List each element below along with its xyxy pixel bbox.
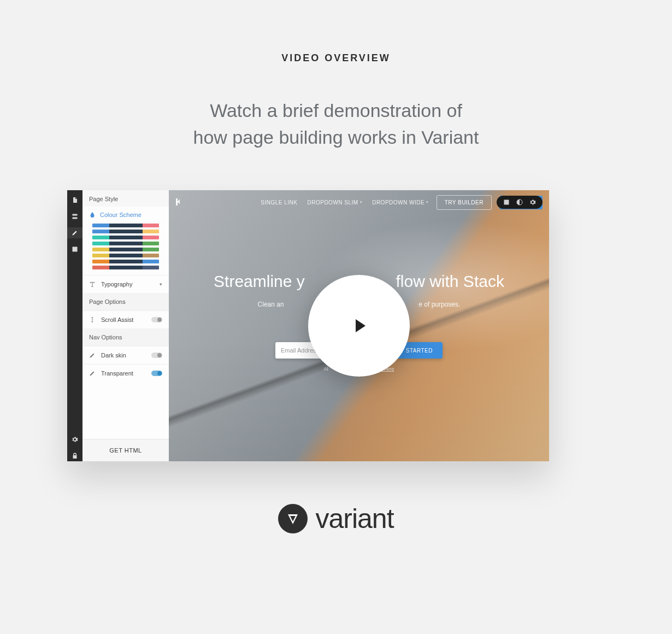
dark-skin-row[interactable]: Dark skin <box>82 346 169 364</box>
scroll-assist-toggle[interactable] <box>151 317 162 322</box>
swatch-row[interactable] <box>92 230 159 233</box>
nav-link[interactable]: DROPDOWN WIDE▾ <box>372 199 428 206</box>
chevron-down-icon: ▾ <box>160 281 162 287</box>
typography-row[interactable]: Typography ▾ <box>82 275 169 293</box>
colour-scheme-row[interactable]: Colour Scheme <box>82 207 169 221</box>
swatch-row[interactable] <box>92 224 159 227</box>
nav-link[interactable]: DROPDOWN SLIM▾ <box>308 199 363 206</box>
play-icon <box>356 319 366 332</box>
page-options-heading: Page Options <box>82 293 169 310</box>
typography-label: Typography <box>101 281 132 287</box>
scroll-assist-label: Scroll Assist <box>101 316 133 323</box>
preview-nav-links: SINGLE LINKDROPDOWN SLIM▾DROPDOWN WIDE▾ <box>261 199 428 206</box>
nav-link[interactable]: SINGLE LINK <box>261 199 297 206</box>
rail-lock-icon[interactable] <box>67 450 82 461</box>
rail-settings-icon[interactable] <box>67 434 82 445</box>
dark-skin-toggle[interactable] <box>151 353 162 358</box>
swatch-row[interactable] <box>92 254 159 257</box>
gear-icon[interactable] <box>529 199 536 206</box>
brush-icon <box>89 352 96 359</box>
subtitle-line-1: Watch a brief demonstration of <box>210 100 462 121</box>
contrast-icon[interactable] <box>516 199 523 206</box>
page-subtitle: Watch a brief demonstration of how page … <box>0 97 672 151</box>
swatch-row[interactable] <box>92 266 159 269</box>
scroll-icon <box>89 316 96 323</box>
transparent-row[interactable]: Transparent <box>82 364 169 382</box>
image-icon[interactable] <box>503 199 510 206</box>
colour-scheme-label: Colour Scheme <box>100 212 142 218</box>
get-html-button[interactable]: GET HTML <box>82 439 169 461</box>
nav-options-heading: Nav Options <box>82 328 169 346</box>
swatch-row[interactable] <box>92 242 159 245</box>
typography-icon <box>89 281 96 287</box>
droplet-icon <box>89 212 96 218</box>
variant-logo-text: variant <box>315 503 393 535</box>
page-style-heading: Page Style <box>82 190 169 207</box>
try-builder-button[interactable]: TRY BUILDER <box>437 195 492 210</box>
brush-icon <box>89 370 96 377</box>
scroll-assist-row[interactable]: Scroll Assist <box>82 310 169 328</box>
icon-rail <box>67 190 82 461</box>
play-video-button[interactable] <box>308 275 410 377</box>
swatch-grid <box>82 221 169 275</box>
transparent-toggle[interactable] <box>151 371 162 376</box>
swatch-row[interactable] <box>92 236 159 239</box>
page-eyebrow: VIDEO OVERVIEW <box>0 52 672 64</box>
variant-logo: variant <box>0 503 672 535</box>
rail-sections-icon[interactable] <box>67 211 82 222</box>
preview-brand-cut: K <box>175 197 180 208</box>
rail-layout-icon[interactable] <box>67 244 82 255</box>
style-sidebar: Page Style Colour Scheme Typography ▾ Pa… <box>82 190 169 461</box>
swatch-row[interactable] <box>92 248 159 251</box>
preview-topnav: K SINGLE LINKDROPDOWN SLIM▾DROPDOWN WIDE… <box>169 190 549 214</box>
builder-app: Page Style Colour Scheme Typography ▾ Pa… <box>67 190 549 461</box>
chevron-down-icon: ▾ <box>426 200 429 204</box>
transparent-label: Transparent <box>101 370 133 377</box>
preview-canvas: K SINGLE LINKDROPDOWN SLIM▾DROPDOWN WIDE… <box>169 190 549 461</box>
variant-logo-mark <box>278 504 308 533</box>
canvas-tool-pill <box>497 196 543 209</box>
dark-skin-label: Dark skin <box>101 352 126 359</box>
rail-page-icon[interactable] <box>67 195 82 206</box>
variant-mark-icon <box>286 512 299 525</box>
chevron-down-icon: ▾ <box>360 200 363 204</box>
swatch-row[interactable] <box>92 260 159 263</box>
subtitle-line-2: how page building works in Variant <box>193 127 479 148</box>
rail-style-icon[interactable] <box>67 227 82 238</box>
